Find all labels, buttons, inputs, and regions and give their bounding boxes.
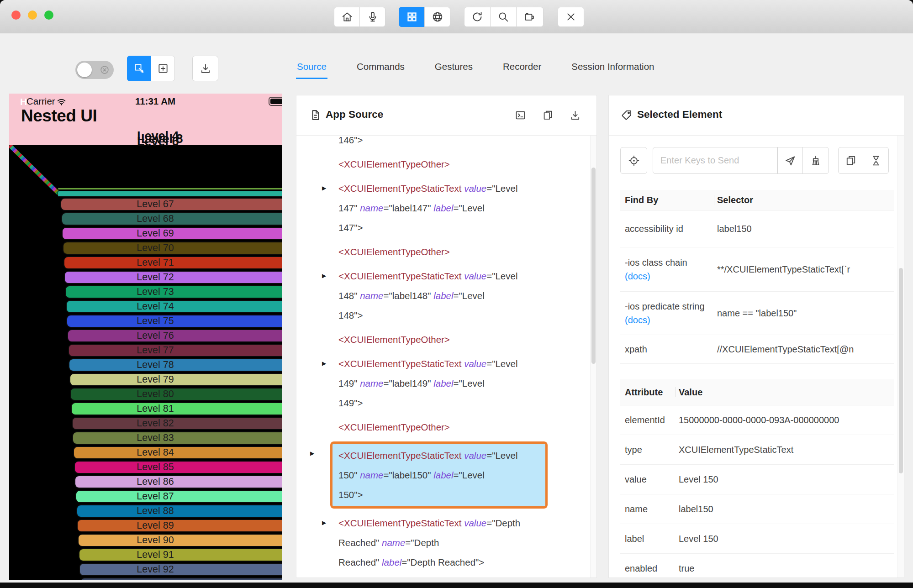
source-node-selected[interactable]: ▶<XCUIElementTypeStaticText value="Level…: [330, 441, 548, 509]
attribute-name: value: [620, 474, 676, 485]
level-bar[interactable]: [68, 344, 283, 357]
source-node[interactable]: <XCUIElementTypeOther>: [338, 154, 590, 174]
level-bar[interactable]: [70, 388, 282, 401]
attribute-name: elementId: [620, 415, 676, 425]
level-bar-sliver[interactable]: [58, 191, 282, 197]
search-icon: [497, 11, 509, 23]
level-bar[interactable]: [65, 285, 282, 299]
copy-source-icon[interactable]: [542, 110, 554, 121]
download-icon: [200, 63, 211, 74]
tab-source[interactable]: Source: [296, 61, 327, 79]
level-bar[interactable]: [62, 227, 282, 240]
overlapped-level-text: Level 6: [137, 135, 179, 149]
quit-session-button[interactable]: [558, 7, 584, 27]
expand-arrow-icon[interactable]: ▶: [322, 354, 326, 373]
document-icon: [309, 109, 321, 121]
locate-element-button[interactable]: [620, 147, 647, 174]
microphone-button[interactable]: [359, 7, 385, 27]
level-bar[interactable]: [78, 534, 282, 547]
level-bar[interactable]: [79, 548, 282, 562]
docs-link[interactable]: (docs): [625, 271, 650, 281]
value-header: Value: [676, 387, 894, 398]
attribute-value: true: [676, 563, 894, 574]
source-node[interactable]: 146">: [338, 136, 590, 150]
level-bar[interactable]: [69, 358, 282, 372]
expand-arrow-icon[interactable]: ▶: [322, 513, 326, 533]
source-scrollbar[interactable]: [590, 136, 596, 578]
app-title: Nested UI: [21, 106, 97, 126]
level-bar[interactable]: [61, 212, 282, 226]
level-bar[interactable]: [76, 504, 282, 518]
device-screenshot[interactable]: Level 67Level 68Level 69Level 70Level 71…: [9, 94, 282, 580]
level-bar[interactable]: [63, 242, 282, 255]
tab-commands[interactable]: Commands: [356, 61, 406, 79]
screen-recorder-button[interactable]: [516, 7, 544, 27]
tap-by-coordinates-button[interactable]: [151, 56, 175, 81]
minimize-window-button[interactable]: [28, 10, 37, 20]
level-bar[interactable]: [72, 431, 282, 445]
download-screenshot-button[interactable]: [192, 56, 218, 81]
selected-element-panel: Selected Element Find By Selectoraccessi…: [608, 95, 904, 578]
source-node[interactable]: <XCUIElementTypeOther>: [338, 330, 590, 349]
level-bar[interactable]: [63, 256, 282, 269]
select-element-button[interactable]: [127, 56, 151, 81]
tab-recorder[interactable]: Recorder: [502, 61, 542, 79]
level-bar[interactable]: [72, 417, 282, 430]
source-node[interactable]: <XCUIElementTypeOther>: [338, 417, 590, 437]
expand-arrow-icon[interactable]: ▶: [310, 444, 314, 463]
source-line: <XCUIElementTypeOther>: [338, 154, 590, 174]
attribute-name: label: [620, 534, 676, 544]
level-bar[interactable]: [73, 446, 282, 459]
terminal-icon[interactable]: [515, 110, 526, 121]
source-node[interactable]: ▶<XCUIElementTypeStaticText value="Depth…: [338, 513, 590, 572]
level-bar-sliver[interactable]: [58, 188, 282, 190]
home-icon: [341, 11, 353, 23]
tab-session-information[interactable]: Session Information: [570, 61, 655, 79]
home-button[interactable]: [334, 7, 360, 27]
source-node[interactable]: <XCUIElementTypeOther>: [338, 242, 590, 262]
zoom-window-button[interactable]: [44, 10, 53, 20]
attribute-name: enabled: [620, 563, 676, 574]
level-bar[interactable]: [77, 519, 282, 532]
level-bar[interactable]: [69, 373, 282, 386]
level-bar[interactable]: [74, 475, 282, 488]
source-line: 147">: [338, 218, 590, 237]
toggle-knob: [77, 63, 92, 77]
level-bar[interactable]: [66, 300, 282, 313]
expand-arrow-icon[interactable]: ▶: [322, 266, 326, 286]
search-button[interactable]: [490, 7, 517, 27]
level-bar-partial[interactable]: [80, 578, 282, 580]
attribute-name: type: [620, 445, 676, 455]
level-bar[interactable]: [64, 271, 282, 284]
globe-button[interactable]: [424, 7, 450, 27]
source-node[interactable]: ▶<XCUIElementTypeStaticText value="Level…: [338, 354, 590, 413]
level-bar[interactable]: [60, 198, 282, 211]
copy-attributes-button[interactable]: [838, 147, 863, 174]
refresh-button[interactable]: [464, 7, 491, 27]
level-bar[interactable]: [66, 315, 282, 328]
selection-mode-toggle[interactable]: [75, 61, 114, 79]
level-bar[interactable]: [67, 329, 282, 342]
selected-element-title: Selected Element: [637, 109, 722, 121]
close-window-button[interactable]: [11, 10, 21, 20]
level-bar[interactable]: [79, 563, 282, 576]
download-source-icon[interactable]: [570, 110, 581, 121]
send-keys-input[interactable]: [653, 147, 777, 174]
level-bar[interactable]: [74, 461, 282, 474]
find-by-strategy: -ios class chain(docs): [620, 256, 714, 283]
level-bar[interactable]: [71, 402, 282, 415]
docs-link[interactable]: (docs): [625, 315, 650, 325]
clear-button[interactable]: [802, 147, 829, 174]
attribute-row: enabled true: [620, 554, 894, 578]
source-node[interactable]: ▶<XCUIElementTypeStaticText value="Level…: [338, 266, 590, 325]
expand-arrow-icon[interactable]: ▶: [322, 178, 326, 198]
app-source-title: App Source: [326, 109, 383, 121]
source-line: 148" name="label148" label="Level: [338, 286, 590, 305]
tab-gestures[interactable]: Gestures: [434, 61, 474, 79]
level-bar[interactable]: [75, 490, 282, 503]
selected-scrollbar[interactable]: [897, 136, 904, 578]
app-grid-button[interactable]: [399, 7, 425, 27]
send-keys-button[interactable]: [777, 147, 803, 174]
hourglass-button[interactable]: [863, 147, 889, 174]
source-node[interactable]: ▶<XCUIElementTypeStaticText value="Level…: [338, 178, 590, 237]
